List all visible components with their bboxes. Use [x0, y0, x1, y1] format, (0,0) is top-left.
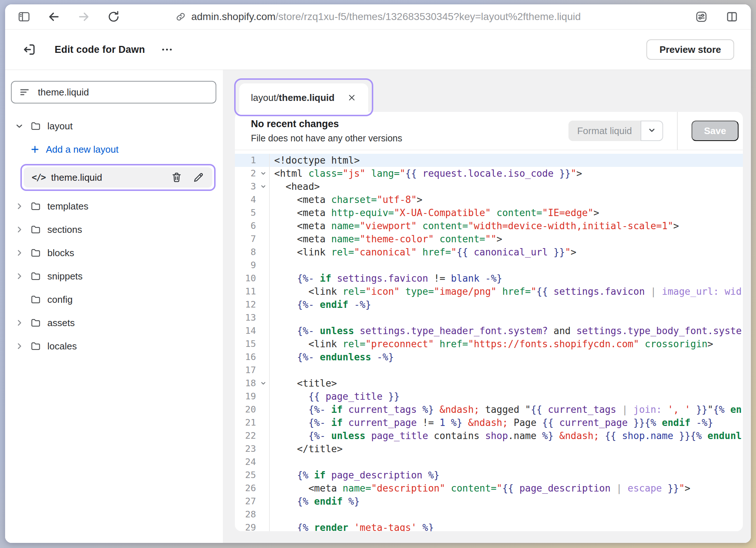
split-view-icon[interactable] [725, 10, 739, 23]
code-text [270, 455, 274, 469]
code-line: 10 {%- if settings.favicon != blank -%} [235, 272, 743, 285]
dropdown-chevron-icon [647, 125, 657, 137]
code-line: 17 [235, 364, 743, 377]
trash-icon[interactable] [171, 172, 182, 183]
line-number: 11 [235, 285, 270, 298]
chevron-right-icon[interactable] [13, 225, 25, 234]
tutorial-highlight-ring-file: </>theme.liquid [20, 164, 216, 191]
overflow-menu-icon[interactable] [161, 46, 173, 53]
file-sidebar: layoutAdd a new layout</>theme.liquidtem… [5, 70, 223, 543]
save-button[interactable]: Save [692, 121, 739, 141]
code-text: {%- endunless -%} [270, 351, 394, 364]
sidebar-item-assets[interactable]: assets [11, 314, 216, 332]
sidebar-item-templates[interactable]: templates [11, 197, 216, 215]
code-text: </title> [270, 442, 343, 455]
sidebar-item-add-a-new-layout[interactable]: Add a new layout [11, 141, 216, 158]
editor-panel: No recent changes File does not have any… [235, 112, 743, 531]
fold-chevron-icon[interactable] [260, 170, 267, 177]
code-line: 24 [235, 455, 743, 469]
reload-icon[interactable] [107, 10, 120, 23]
line-number: 9 [235, 259, 270, 272]
line-number: 22 [235, 429, 270, 442]
code-text: {% if page_description %} [270, 469, 440, 482]
sidebar-item-layout[interactable]: layout [11, 117, 216, 135]
folder-icon [30, 271, 42, 282]
chevron-right-icon[interactable] [13, 341, 25, 351]
main-area: layoutAdd a new layout</>theme.liquidtem… [5, 70, 751, 543]
code-text: {%- if current_page != 1 %} &ndash; Page… [270, 416, 713, 429]
sidebar-item-config[interactable]: config [11, 291, 216, 308]
sidebar-item-sections[interactable]: sections [11, 221, 216, 238]
code-line: 16 {%- endunless -%} [235, 351, 743, 364]
code-text [270, 259, 274, 272]
pencil-icon[interactable] [193, 172, 204, 183]
fold-chevron-icon[interactable] [260, 183, 267, 190]
line-number: 13 [235, 311, 270, 324]
code-text: <link rel="canonical" href="{{ canonical… [270, 246, 576, 259]
code-text: <meta name="viewport" content="width=dev… [270, 219, 679, 232]
line-number: 18 [235, 377, 270, 390]
line-number: 19 [235, 390, 270, 403]
code-line: 8 <link rel="canonical" href="{{ canonic… [235, 246, 743, 259]
sidebar-item-theme-liquid[interactable]: </>theme.liquid [24, 167, 212, 188]
exit-icon[interactable] [22, 42, 36, 57]
code-text: <head> [270, 180, 320, 193]
plus-icon [30, 144, 40, 154]
forward-icon[interactable] [77, 10, 90, 23]
chevron-right-icon[interactable] [13, 201, 25, 211]
item-label: config [47, 294, 72, 305]
back-icon[interactable] [47, 10, 60, 23]
tab-theme-liquid[interactable]: layout/theme.liquid [239, 83, 368, 112]
code-text [270, 508, 274, 521]
code-line: 14 {%- unless settings.type_header_font.… [235, 324, 743, 337]
url-path: /store/rzq1xu-f5/themes/132683530345?key… [276, 11, 581, 22]
code-text: <html class="js" lang="{{ request.locale… [270, 167, 582, 180]
code-line: 3 <head> [235, 180, 743, 193]
fold-chevron-icon[interactable] [260, 380, 267, 387]
line-number: 21 [235, 416, 270, 429]
link-icon [175, 11, 186, 22]
browser-toolbar: admin.shopify.com/store/rzq1xu-f5/themes… [5, 4, 751, 30]
code-line: 26 <meta name="description" content="{{ … [235, 482, 743, 495]
preview-store-button[interactable]: Preview store [646, 39, 734, 60]
item-label: sections [47, 224, 82, 235]
format-dropdown-button[interactable] [641, 121, 663, 141]
line-number: 27 [235, 495, 270, 508]
code-line: 12 {%- endif -%} [235, 298, 743, 311]
code-line: 22 {%- unless page_title contains shop.n… [235, 429, 743, 442]
search-input[interactable] [37, 86, 208, 98]
chevron-right-icon[interactable] [13, 271, 25, 281]
window-controls [695, 10, 739, 23]
line-number: 4 [235, 193, 270, 206]
page-settings-icon[interactable] [695, 10, 708, 23]
url-bar[interactable]: admin.shopify.com/store/rzq1xu-f5/themes… [175, 11, 581, 23]
line-number: 7 [235, 232, 270, 246]
code-text: {% endif %} [270, 495, 360, 508]
format-liquid-button[interactable]: Format liquid [568, 121, 663, 141]
format-liquid-label[interactable]: Format liquid [568, 121, 641, 141]
file-search[interactable] [11, 81, 216, 103]
chevron-right-icon[interactable] [13, 318, 25, 328]
folder-icon [30, 247, 42, 258]
chevron-right-icon[interactable] [13, 248, 25, 258]
item-label: locales [47, 341, 77, 352]
item-label: assets [47, 317, 75, 329]
status-title: No recent changes [251, 118, 402, 130]
folder-icon [30, 317, 42, 328]
code-line: 4 <meta charset="utf-8"> [235, 193, 743, 206]
code-line: 23 </title> [235, 442, 743, 455]
file-actions [171, 172, 204, 183]
sidebar-item-snippets[interactable]: snippets [11, 267, 216, 285]
sidebar-item-blocks[interactable]: blocks [11, 244, 216, 262]
sidebar-item-locales[interactable]: locales [11, 337, 216, 355]
line-number: 1 [235, 154, 270, 167]
line-number: 10 [235, 272, 270, 285]
chevron-down-icon[interactable] [13, 121, 25, 131]
editor-controls: Format liquid Save [568, 112, 743, 150]
close-icon[interactable] [347, 93, 357, 102]
item-label: blocks [47, 247, 74, 259]
code-editor[interactable]: 1<!doctype html>2<html class="js" lang="… [235, 150, 743, 531]
sidebar-toggle-icon[interactable] [17, 10, 31, 23]
code-text: {{ page_title }} [270, 390, 399, 403]
line-number: 15 [235, 337, 270, 351]
